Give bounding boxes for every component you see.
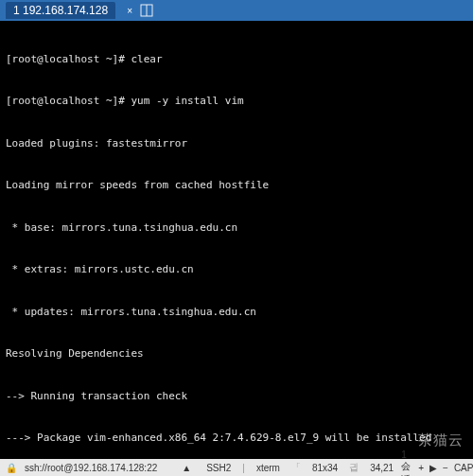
split-pane-icon[interactable] [140,4,153,17]
status-size: 81x34 [312,463,338,473]
terminal-line: [root@localhost ~]# clear [6,53,467,67]
status-sessions: 1 会话 [401,450,411,477]
terminal-line: --> Running transaction check [6,390,467,404]
tab-close-button[interactable]: × [123,4,136,17]
zoom-out-button[interactable]: − [443,463,448,473]
status-bar: 🔒 ssh://root@192.168.174.128:22 ▲ SSH2 |… [0,459,473,476]
status-position: 34,21 [370,463,394,473]
terminal-output[interactable]: [root@localhost ~]# clear [root@localhos… [0,21,473,459]
terminal-line: [root@localhost ~]# yum -y install vim [6,95,467,109]
terminal-line: Loading mirror speeds from cached hostfi… [6,179,467,193]
terminal-line: * updates: mirrors.tuna.tsinghua.edu.cn [6,306,467,320]
zoom-in-button[interactable]: + [418,463,424,473]
status-ssh: SSH2 [206,463,231,473]
terminal-line: Loaded plugins: fastestmirror [6,137,467,151]
terminal-line: Resolving Dependencies [6,347,467,361]
status-term: xterm [256,463,280,473]
play-icon[interactable]: ▶ [429,463,437,473]
window-titlebar: 1 192.168.174.128 × [0,0,473,21]
terminal-line: * base: mirrors.tuna.tsinghua.edu.cn [6,221,467,236]
terminal-line: ---> Package vim-enhanced.x86_64 2:7.4.6… [6,432,467,446]
tab-label[interactable]: 1 192.168.174.128 [6,2,115,19]
status-connection: ssh://root@192.168.174.128:22 [25,463,157,473]
lock-icon: 🔒 [6,463,17,473]
caret-up-icon[interactable]: ▲ [182,463,191,473]
terminal-line: * extras: mirrors.ustc.edu.cn [6,263,467,277]
status-cap: CAP [454,463,473,473]
